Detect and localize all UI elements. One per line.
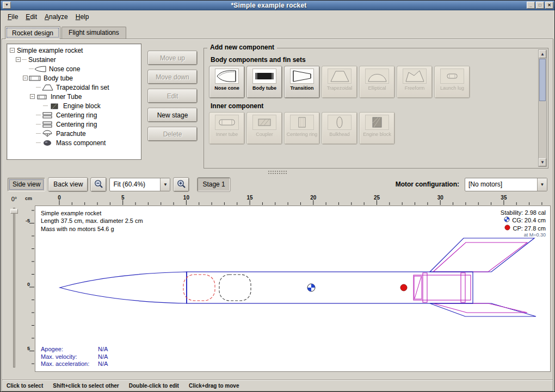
rocket-view-area: 0° cm 05101520253035 -505: [2, 194, 553, 374]
zoom-in-icon: [176, 179, 186, 190]
tree-item-inner-tube[interactable]: − Inner Tube: [8, 92, 140, 101]
edit-button[interactable]: Edit: [148, 89, 197, 103]
stage-1-toggle[interactable]: Stage 1: [198, 178, 230, 191]
rotation-slider-track[interactable]: [13, 208, 15, 368]
move-up-button[interactable]: Move up: [148, 51, 197, 65]
tree-item-parachute[interactable]: Parachute: [8, 129, 140, 138]
component-tree[interactable]: − Simple example rocket − Sustainer Nose…: [7, 43, 141, 160]
tree-item-engine-block[interactable]: Engine block: [8, 101, 140, 110]
chevron-down-icon[interactable]: ▼: [537, 178, 547, 191]
svg-text:5: 5: [121, 195, 125, 201]
menu-help[interactable]: Help: [72, 11, 93, 22]
rocket-view-canvas[interactable]: Simple example rocket Length 37.5 cm, ma…: [35, 206, 551, 372]
plot-grid: cm 05101520253035 -505: [24, 195, 551, 374]
centering-ring-icon: [290, 115, 314, 130]
add-freeform-fin-button[interactable]: Freeform: [397, 66, 432, 98]
close-button[interactable]: ✕: [545, 2, 553, 9]
add-bulkhead-button[interactable]: Bulkhead: [322, 113, 357, 144]
apogee-row: Apogee:N/A: [41, 346, 108, 353]
stability-legend: Stability: 2.98 cal CG: 20.4 cm CP: 27.8…: [501, 209, 546, 239]
inner-component-label: Inner component: [211, 102, 534, 110]
rocket-name: Simple example rocket: [41, 209, 143, 217]
move-down-button[interactable]: Move down: [148, 70, 197, 84]
scroll-up-icon[interactable]: ▲: [539, 50, 546, 58]
add-centering-ring-button[interactable]: Centering ring: [285, 113, 319, 144]
menu-edit[interactable]: Edit: [22, 11, 41, 22]
add-nose-cone-button[interactable]: Nose cone: [209, 66, 244, 98]
rocket-mass: Mass with no motors 54.6 g: [41, 225, 143, 233]
add-body-tube-button[interactable]: Body tube: [247, 66, 282, 98]
svg-text:0: 0: [58, 195, 61, 201]
tree-connector: [36, 87, 41, 88]
cg-value: CG: 20.4 cm: [512, 216, 546, 224]
zoom-out-button[interactable]: [91, 178, 106, 191]
svg-text:0: 0: [27, 282, 30, 287]
parachute-icon: [41, 130, 53, 137]
svg-text:15: 15: [247, 195, 254, 201]
add-launch-lug-button[interactable]: Launch lug: [435, 66, 470, 98]
stability-value: Stability: 2.98 cal: [501, 209, 546, 216]
collapse-handle-icon[interactable]: −: [23, 76, 28, 80]
zoom-in-button[interactable]: [174, 178, 189, 191]
new-stage-button[interactable]: New stage: [148, 108, 197, 122]
add-transition-button[interactable]: Transition: [285, 66, 319, 98]
coupler-icon: [252, 115, 276, 130]
tree-item-body-tube[interactable]: − Body tube: [8, 73, 140, 83]
rotation-slider[interactable]: [9, 206, 20, 370]
tree-item-centering-ring-1[interactable]: Centering ring: [8, 110, 140, 120]
svg-text:20: 20: [310, 195, 317, 201]
launch-lug-icon: [440, 69, 464, 84]
splitter-grip-icon[interactable]: [268, 170, 287, 174]
cp-marker: [400, 284, 407, 291]
collapse-handle-icon[interactable]: −: [10, 48, 15, 53]
tree-item-rocket[interactable]: − Simple example rocket: [8, 46, 140, 55]
side-view-button[interactable]: Side view: [8, 178, 45, 191]
panel-splitter[interactable]: [2, 169, 553, 175]
tree-item-mass-component[interactable]: Mass component: [8, 138, 140, 147]
menu-analyze[interactable]: Analyze: [41, 11, 72, 22]
tab-flight-simulations[interactable]: Flight simulations: [61, 27, 126, 39]
rocket-length-diameter: Length 37.5 cm, max. diameter 2.5 cm: [41, 217, 143, 225]
hint-click-drag: Click+drag to move: [189, 383, 239, 389]
scroll-down-icon[interactable]: ▼: [539, 158, 546, 166]
cp-value: CP: 27.8 cm: [513, 225, 546, 232]
body-components-label: Body components and fin sets: [211, 56, 534, 64]
add-elliptical-fin-button[interactable]: Elliptical: [360, 66, 394, 98]
add-engine-block-button[interactable]: Engine block: [360, 113, 394, 144]
chevron-down-icon[interactable]: ▼: [160, 178, 170, 191]
trapezoidal-fin-icon: [328, 69, 351, 84]
tree-item-nose-cone[interactable]: Nose cone: [8, 64, 140, 73]
tree-item-fin-set[interactable]: Trapezoidal fin set: [8, 83, 140, 92]
component-scrollbar[interactable]: ▲ ▼: [538, 49, 547, 167]
cg-icon: [504, 216, 510, 224]
scrollbar-thumb[interactable]: [539, 59, 546, 101]
tree-item-centering-ring-2[interactable]: Centering ring: [8, 120, 140, 129]
tab-rocket-design[interactable]: Rocket design: [5, 26, 60, 39]
vertical-ruler: -505: [24, 206, 35, 372]
titlebar: ▾ *Simple example rocket _ □ ✕: [1, 1, 554, 10]
tree-item-sustainer[interactable]: − Sustainer: [8, 55, 140, 64]
scrollbar-track[interactable]: [539, 102, 546, 158]
add-coupler-button[interactable]: Coupler: [247, 113, 282, 144]
inner-tube-icon: [36, 94, 48, 100]
maximize-button[interactable]: □: [536, 2, 544, 9]
rotation-slider-thumb[interactable]: [10, 209, 18, 214]
hint-double-click: Double-click to edit: [129, 383, 179, 389]
nose-cone-icon: [34, 66, 46, 72]
minimize-button[interactable]: _: [527, 2, 535, 9]
menu-file[interactable]: File: [4, 11, 22, 22]
add-trapezoidal-fin-button[interactable]: Trapezoidal: [322, 66, 357, 98]
zoom-select[interactable]: Fit (60.4%) ▼: [109, 178, 170, 191]
tree-connector: [36, 133, 41, 134]
motor-configuration-select[interactable]: [No motors] ▼: [465, 178, 547, 191]
delete-button[interactable]: Delete: [148, 127, 197, 141]
bulkhead-icon: [328, 115, 351, 130]
cg-marker: [307, 284, 315, 291]
collapse-handle-icon[interactable]: −: [30, 94, 35, 99]
collapse-handle-icon[interactable]: −: [16, 57, 21, 62]
back-view-button[interactable]: Back view: [48, 178, 88, 191]
window-menu-icon[interactable]: ▾: [3, 2, 11, 9]
hint-click-select: Click to select: [7, 383, 43, 389]
add-inner-tube-button[interactable]: Inner tube: [209, 113, 244, 144]
tree-connector: [36, 124, 41, 125]
